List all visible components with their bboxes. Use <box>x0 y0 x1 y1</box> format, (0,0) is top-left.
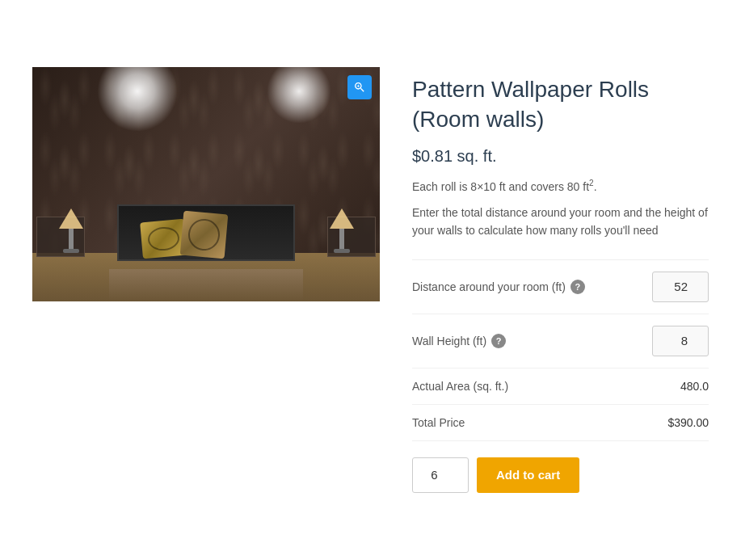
product-description-calc: Enter the total distance around your roo… <box>412 204 709 240</box>
lamp-right <box>327 208 356 257</box>
bed-area <box>93 196 319 301</box>
total-price-row: Total Price $390.00 <box>412 405 709 441</box>
product-details: Pattern Wallpaper Rolls (Room walls) $0.… <box>412 67 709 492</box>
product-title: Pattern Wallpaper Rolls (Room walls) <box>412 75 709 134</box>
bed-base <box>109 269 303 301</box>
product-description-rolls: Each roll is 8×10 ft and covers 80 ft2. <box>412 177 709 196</box>
wall-height-input[interactable] <box>652 326 709 356</box>
wall-height-label-text: Wall Height (ft) <box>412 335 486 347</box>
wall-height-help-icon[interactable]: ? <box>491 334 506 348</box>
quantity-input[interactable] <box>412 457 469 493</box>
wall-height-label: Wall Height (ft) ? <box>412 334 652 348</box>
product-image-wrapper <box>32 67 380 301</box>
lamp-left <box>57 208 85 257</box>
area-label: Actual Area (sq. ft.) <box>412 380 680 393</box>
product-page: Pattern Wallpaper Rolls (Room walls) $0.… <box>16 51 725 508</box>
zoom-icon <box>353 81 366 94</box>
distance-label-text: Distance around your room (ft) <box>412 280 566 293</box>
product-price: $0.81 sq. ft. <box>412 147 709 166</box>
distance-row: Distance around your room (ft) ? <box>412 260 709 314</box>
calculator-section: Distance around your room (ft) ? Wall He… <box>412 259 709 441</box>
total-price-value: $390.00 <box>667 416 709 429</box>
cart-section: Add to cart <box>412 441 709 493</box>
pillow-center <box>180 211 229 259</box>
distance-label: Distance around your room (ft) ? <box>412 280 652 294</box>
light-top-right <box>267 67 331 124</box>
area-value: 480.0 <box>680 380 709 393</box>
product-image <box>32 67 380 301</box>
distance-help-icon[interactable]: ? <box>570 280 585 294</box>
room-background <box>32 67 380 301</box>
light-top-left <box>97 67 178 132</box>
total-price-label: Total Price <box>412 416 667 429</box>
area-row: Actual Area (sq. ft.) 480.0 <box>412 368 709 405</box>
distance-input[interactable] <box>652 272 709 302</box>
wall-height-row: Wall Height (ft) ? <box>412 314 709 368</box>
zoom-button[interactable] <box>347 75 372 99</box>
add-to-cart-button[interactable]: Add to cart <box>477 457 579 493</box>
